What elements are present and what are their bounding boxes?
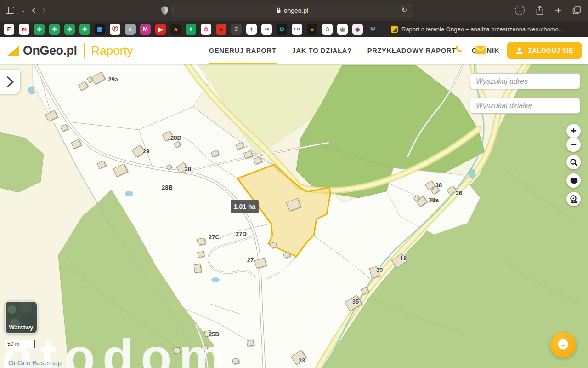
parcel-label-29a: 29a bbox=[108, 76, 118, 83]
brand-name: OnGeo.pl bbox=[23, 44, 77, 58]
person-icon[interactable]: Ψ bbox=[368, 24, 378, 34]
lock-icon bbox=[276, 7, 281, 13]
measure-tape-icon bbox=[569, 195, 578, 203]
user-icon bbox=[515, 47, 523, 55]
poland-extent-button[interactable] bbox=[566, 173, 581, 188]
brand-product: Raporty bbox=[91, 44, 133, 58]
green-cross-icon-2[interactable]: ✚ bbox=[49, 24, 60, 34]
c-gray-icon[interactable]: c bbox=[125, 24, 136, 34]
f-circle-icon[interactable]: Ⓕ bbox=[110, 24, 120, 34]
site-header: OnGeo.pl Raporty GENERUJ RAPORT JAK TO D… bbox=[0, 37, 588, 64]
parcel-label-27C: 27C bbox=[209, 234, 220, 241]
reload-icon[interactable]: ↻ bbox=[401, 6, 407, 14]
map-attribution[interactable]: OnGeo Basemap bbox=[8, 359, 62, 367]
nav-jak-to-dziala[interactable]: JAK TO DZIAŁA? bbox=[292, 37, 352, 64]
origami-pink-icon[interactable]: ✿ bbox=[201, 24, 211, 34]
layers-button[interactable]: Warstwy bbox=[5, 301, 38, 334]
ongeo-logo[interactable]: OnGeo.pl Raporty bbox=[7, 37, 133, 64]
ornament-circle-icon[interactable]: ◉ bbox=[337, 24, 348, 34]
parcel-label-29: 29 bbox=[143, 148, 149, 155]
sidebar-expand-button[interactable] bbox=[0, 70, 20, 94]
mail-icon[interactable] bbox=[475, 46, 486, 56]
browser-toolbar: ⌄ ‹ › ongeo.pl ↻ ↓ + bbox=[0, 0, 588, 21]
parcel-label-28: 28 bbox=[185, 166, 191, 172]
allegro-icon[interactable]: a bbox=[170, 24, 181, 34]
parcel-label-27D: 27D bbox=[236, 230, 247, 237]
phone-icon[interactable] bbox=[453, 44, 464, 57]
tab-overview-icon[interactable] bbox=[572, 6, 582, 15]
favorites-bar: Fm✚✚✚✚▦ⒻcM▶at✿♦Zt24⚙EG●S◉◆Ψ Raport o ter… bbox=[0, 21, 588, 37]
login-button[interactable]: ZALOGUJ SIĘ bbox=[507, 42, 582, 59]
parcel-label-38a: 38a bbox=[429, 196, 439, 203]
new-tab-icon[interactable]: + bbox=[555, 5, 561, 16]
droplet-icon[interactable]: ● bbox=[307, 24, 317, 34]
url-text: ongeo.pl bbox=[284, 7, 309, 14]
parcel-label-36: 36 bbox=[456, 190, 462, 196]
header-separator-2 bbox=[497, 42, 497, 59]
facebook-icon[interactable]: F bbox=[4, 24, 14, 34]
chat-bubble-icon bbox=[556, 338, 570, 352]
share-icon[interactable] bbox=[536, 6, 544, 15]
chat-widget-button[interactable] bbox=[550, 332, 576, 358]
layers-label: Warstwy bbox=[9, 324, 34, 331]
scale-label: 50 m bbox=[7, 341, 20, 347]
ongeo-favicon bbox=[391, 26, 398, 33]
qz-icon[interactable]: Z bbox=[231, 24, 242, 34]
mbank-icon[interactable]: m bbox=[19, 24, 29, 34]
chevron-right-icon bbox=[6, 76, 15, 88]
blue-grid-icon[interactable]: ▦ bbox=[95, 24, 105, 34]
sidebar-toggle-icon[interactable] bbox=[6, 7, 14, 14]
search-icon bbox=[570, 158, 578, 167]
t-green-icon[interactable]: t bbox=[186, 24, 196, 34]
search-parcel-input[interactable] bbox=[470, 98, 580, 114]
nav-generuj-raport[interactable]: GENERUJ RAPORT bbox=[209, 37, 277, 64]
tab-title: Raport o terenie Ongeo – analiza przestr… bbox=[401, 26, 564, 33]
parcel-label-33: 33 bbox=[299, 357, 305, 364]
logo-triangle-icon bbox=[7, 46, 19, 56]
diamond-purple-icon[interactable]: ◆ bbox=[352, 24, 363, 34]
map-canvas[interactable]: otodom OnGeo Basemap 29a28D292828B27C27D… bbox=[0, 64, 588, 368]
privacy-shield-icon[interactable] bbox=[160, 6, 169, 17]
forward-button[interactable]: › bbox=[42, 4, 46, 16]
parcel-label-18: 18 bbox=[400, 255, 407, 262]
favorites-icons: Fm✚✚✚✚▦ⒻcM▶at✿♦Zt24⚙EG●S◉◆Ψ bbox=[4, 24, 378, 34]
poland-shape-icon bbox=[569, 177, 578, 185]
zoom-out-button[interactable]: − bbox=[566, 138, 581, 152]
gear-teal-icon[interactable]: ⚙ bbox=[277, 24, 287, 34]
eg-doc-icon[interactable]: EG bbox=[292, 24, 302, 34]
parcel-label-35: 35 bbox=[352, 298, 359, 305]
area-badge: 1.01 ha bbox=[231, 200, 259, 213]
header-separator bbox=[443, 42, 443, 59]
map-search-button[interactable] bbox=[566, 155, 581, 169]
address-bar[interactable]: ongeo.pl ↻ bbox=[172, 4, 412, 17]
parcel-label-27: 27 bbox=[247, 257, 254, 264]
snake-green-icon[interactable]: S bbox=[322, 24, 333, 34]
youtube-icon[interactable]: ▶ bbox=[155, 24, 166, 34]
circle-24-icon[interactable]: 24 bbox=[261, 24, 272, 34]
login-label: ZALOGUJ SIĘ bbox=[528, 47, 573, 54]
parcel-label-28B: 28B bbox=[162, 184, 173, 191]
parcel-label-38: 38 bbox=[435, 182, 442, 189]
green-cross-icon-1[interactable]: ✚ bbox=[34, 24, 45, 34]
search-address-input[interactable] bbox=[470, 73, 580, 89]
brand-divider bbox=[84, 43, 85, 58]
parcel-label-39: 39 bbox=[376, 266, 383, 273]
zoom-in-button[interactable]: + bbox=[566, 124, 581, 138]
measure-button[interactable] bbox=[566, 192, 581, 206]
parcel-label-25D: 25D bbox=[209, 331, 220, 338]
flame-red-icon[interactable]: ♦ bbox=[216, 24, 226, 34]
parcel-label-28D: 28D bbox=[170, 134, 181, 141]
green-cross-icon-4[interactable]: ✚ bbox=[79, 24, 90, 34]
trash-blue-icon[interactable]: t bbox=[246, 24, 257, 34]
scale-bar: 50 m bbox=[5, 340, 35, 348]
back-button[interactable]: ‹ bbox=[32, 4, 36, 16]
active-tab[interactable]: Raport o terenie Ongeo – analiza przestr… bbox=[391, 26, 564, 33]
green-cross-icon-3[interactable]: ✚ bbox=[64, 24, 75, 34]
m-pink-icon[interactable]: M bbox=[140, 24, 151, 34]
chevron-down-icon[interactable]: ⌄ bbox=[21, 8, 25, 13]
downloads-icon[interactable]: ↓ bbox=[515, 6, 525, 15]
